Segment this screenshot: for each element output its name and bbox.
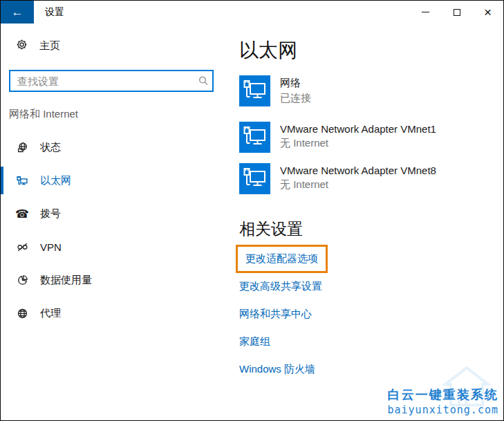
status-globe-icon: [16, 142, 28, 153]
page-title: 以太网: [239, 37, 297, 64]
dialup-phone-icon: ☎: [16, 207, 28, 221]
sidebar: 主页 网络和 Internet: [1, 24, 230, 420]
connection-status: 无 Internet: [280, 178, 436, 191]
sidebar-item-proxy[interactable]: 代理: [1, 297, 230, 330]
connection-network[interactable]: 网络 已连接: [239, 75, 311, 106]
maximize-icon: [454, 9, 460, 16]
connection-vmnet8[interactable]: VMware Network Adapter VMnet8 无 Internet: [239, 163, 436, 194]
titlebar: ← 设置 ×: [1, 1, 503, 24]
sidebar-item-label: 数据使用量: [40, 274, 92, 287]
sidebar-item-ethernet[interactable]: 以太网: [1, 164, 230, 197]
sidebar-section-label: 网络和 Internet: [9, 108, 78, 121]
ethernet-tile-icon: [239, 163, 270, 194]
connection-name: 网络: [280, 75, 311, 90]
sidebar-item-vpn[interactable]: VPN: [1, 230, 230, 263]
house-watermark-icon: [442, 366, 491, 408]
close-icon: ×: [484, 6, 492, 19]
window-controls: ×: [410, 1, 503, 24]
link-windows-firewall[interactable]: Windows 防火墙: [239, 363, 315, 376]
back-button[interactable]: ←: [1, 1, 34, 24]
link-homegroup[interactable]: 家庭组: [239, 335, 270, 348]
link-change-advanced-sharing[interactable]: 更改高级共享设置: [239, 280, 322, 293]
sidebar-item-label: VPN: [40, 241, 62, 253]
minimize-button[interactable]: [410, 1, 441, 24]
sidebar-item-data-usage[interactable]: 数据使用量: [1, 263, 230, 297]
maximize-button[interactable]: [441, 1, 472, 24]
vpn-icon: [16, 241, 28, 253]
connection-status: 已连接: [280, 92, 311, 105]
sidebar-item-label: 状态: [40, 141, 61, 154]
sidebar-home-label: 主页: [39, 39, 60, 53]
window-title: 设置: [45, 1, 64, 24]
sidebar-item-label: 以太网: [40, 174, 71, 187]
main-content: 以太网 网络 已连接: [230, 24, 503, 420]
settings-window: ← 设置 × 主页: [0, 0, 504, 421]
search-box: [9, 70, 214, 92]
connection-vmnet1[interactable]: VMware Network Adapter VMnet1 无 Internet: [239, 122, 436, 153]
proxy-globe-icon: [16, 308, 28, 319]
sidebar-item-status[interactable]: 状态: [1, 131, 230, 164]
sidebar-item-label: 拨号: [40, 207, 61, 221]
link-change-adapter-options[interactable]: 更改适配器选项: [236, 245, 328, 273]
ethernet-tile-icon: [239, 75, 270, 106]
sidebar-item-label: 代理: [40, 307, 61, 320]
ethernet-tile-icon: [239, 122, 270, 153]
ethernet-icon: [16, 175, 28, 187]
back-arrow-icon: ←: [12, 6, 24, 19]
gear-icon: [16, 39, 28, 53]
connection-status: 无 Internet: [280, 137, 436, 150]
close-button[interactable]: ×: [472, 1, 503, 24]
search-input[interactable]: [10, 71, 194, 91]
minimize-icon: [422, 12, 429, 12]
search-icon[interactable]: [194, 75, 212, 86]
sidebar-item-home[interactable]: 主页: [16, 39, 60, 53]
sidebar-item-dialup[interactable]: ☎ 拨号: [1, 197, 230, 230]
related-settings-title: 相关设置: [239, 218, 303, 240]
connection-name: VMware Network Adapter VMnet1: [280, 122, 436, 135]
link-network-sharing-center[interactable]: 网络和共享中心: [239, 308, 312, 321]
data-usage-pie-icon: [16, 274, 28, 286]
connection-name: VMware Network Adapter VMnet8: [280, 163, 436, 176]
sidebar-nav: 状态 以太网 ☎ 拨号: [1, 131, 230, 330]
